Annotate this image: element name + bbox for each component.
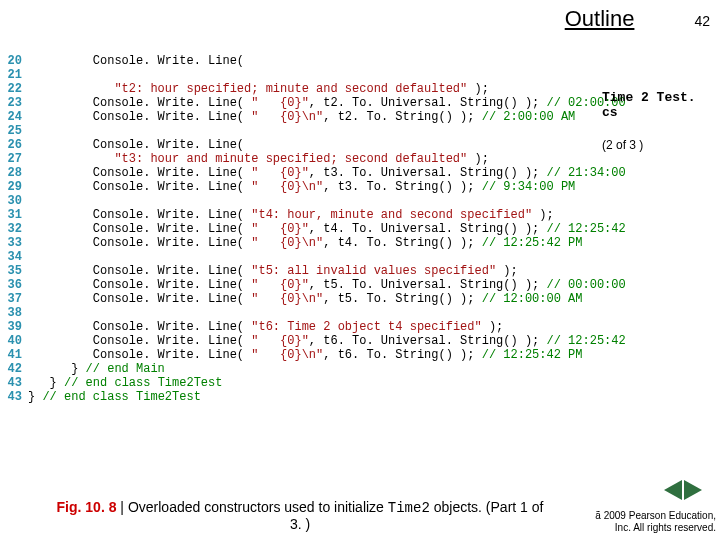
code-content: } // end class Time2Test: [28, 376, 600, 390]
line-number: 24: [6, 110, 28, 124]
line-number: 35: [6, 264, 28, 278]
line-number: 20: [6, 54, 28, 68]
figure-text1: Overloaded constructors used to initiali…: [128, 499, 388, 515]
figure-sep: |: [116, 499, 127, 515]
filename: Time 2 Test. cs: [602, 90, 712, 120]
code-line: 33 Console. Write. Line( " {0}\n", t4. T…: [6, 236, 600, 250]
code-content: [28, 68, 600, 82]
slide: Outline 42 20 Console. Write. Line(2122 …: [0, 0, 720, 540]
code-listing: 20 Console. Write. Line(2122 "t2: hour s…: [0, 54, 600, 464]
code-content: Console. Write. Line( "t4: hour, minute …: [28, 208, 600, 222]
code-line: 41 Console. Write. Line( " {0}\n", t6. T…: [6, 348, 600, 362]
code-line: 27 "t3: hour and minute specified; secon…: [6, 152, 600, 166]
code-line: 43 } // end class Time2Test: [6, 376, 600, 390]
code-line: 43} // end class Time2Test: [6, 390, 600, 404]
code-content: Console. Write. Line( " {0}", t2. To. Un…: [28, 96, 626, 110]
code-line: 34: [6, 250, 600, 264]
code-line: 36 Console. Write. Line( " {0}", t5. To.…: [6, 278, 600, 292]
code-content: Console. Write. Line( "t6: Time 2 object…: [28, 320, 600, 334]
line-number: 30: [6, 194, 28, 208]
line-number: 38: [6, 306, 28, 320]
code-content: Console. Write. Line( " {0}", t3. To. Un…: [28, 166, 626, 180]
code-content: Console. Write. Line( " {0}", t4. To. Un…: [28, 222, 626, 236]
line-number: 22: [6, 82, 28, 96]
code-line: 26 Console. Write. Line(: [6, 138, 600, 152]
nav-buttons: [664, 480, 702, 500]
code-content: Console. Write. Line(: [28, 54, 600, 68]
code-line: 21: [6, 68, 600, 82]
line-number: 27: [6, 152, 28, 166]
code-line: 25: [6, 124, 600, 138]
code-content: Console. Write. Line( " {0}\n", t6. To. …: [28, 348, 600, 362]
code-content: Console. Write. Line( " {0}\n", t5. To. …: [28, 292, 600, 306]
line-number: 21: [6, 68, 28, 82]
code-line: 42 } // end Main: [6, 362, 600, 376]
code-line: 38: [6, 306, 600, 320]
line-number: 40: [6, 334, 28, 348]
line-number: 43: [6, 376, 28, 390]
line-number: 23: [6, 96, 28, 110]
code-content: Console. Write. Line( " {0}\n", t4. To. …: [28, 236, 600, 250]
line-number: 36: [6, 278, 28, 292]
code-line: 37 Console. Write. Line( " {0}\n", t5. T…: [6, 292, 600, 306]
code-content: Console. Write. Line( " {0}\n", t2. To. …: [28, 110, 600, 124]
figure-mono: Time2: [388, 500, 430, 516]
line-number: 39: [6, 320, 28, 334]
code-line: 31 Console. Write. Line( "t4: hour, minu…: [6, 208, 600, 222]
code-content: Console. Write. Line( "t5: all invalid v…: [28, 264, 600, 278]
copyright: ã 2009 Pearson Education, Inc. All right…: [586, 510, 716, 534]
code-line: 39 Console. Write. Line( "t6: Time 2 obj…: [6, 320, 600, 334]
line-number: 34: [6, 250, 28, 264]
code-line: 20 Console. Write. Line(: [6, 54, 600, 68]
line-number: 43: [6, 390, 28, 404]
code-content: Console. Write. Line( " {0}\n", t3. To. …: [28, 180, 600, 194]
line-number: 33: [6, 236, 28, 250]
code-content: } // end Main: [28, 362, 600, 376]
page-range: (2 of 3 ): [602, 138, 712, 152]
code-content: [28, 306, 600, 320]
line-number: 42: [6, 362, 28, 376]
code-line: 32 Console. Write. Line( " {0}", t4. To.…: [6, 222, 600, 236]
sidebar: Time 2 Test. cs (2 of 3 ): [602, 90, 712, 152]
line-number: 25: [6, 124, 28, 138]
code-content: Console. Write. Line( " {0}", t5. To. Un…: [28, 278, 626, 292]
prev-button[interactable]: [664, 480, 682, 500]
code-line: 28 Console. Write. Line( " {0}", t3. To.…: [6, 166, 600, 180]
code-line: 22 "t2: hour specified; minute and secon…: [6, 82, 600, 96]
code-content: Console. Write. Line( " {0}", t6. To. Un…: [28, 334, 626, 348]
copyright-l1: ã 2009 Pearson Education,: [586, 510, 716, 522]
line-number: 32: [6, 222, 28, 236]
line-number: 29: [6, 180, 28, 194]
outline-title: Outline: [565, 6, 635, 32]
code-content: [28, 194, 600, 208]
line-number: 37: [6, 292, 28, 306]
page-number: 42: [694, 13, 710, 29]
code-line: 23 Console. Write. Line( " {0}", t2. To.…: [6, 96, 600, 110]
code-line: 35 Console. Write. Line( "t5: all invali…: [6, 264, 600, 278]
next-button[interactable]: [684, 480, 702, 500]
code-line: 30: [6, 194, 600, 208]
copyright-l2: Inc. All rights reserved.: [586, 522, 716, 534]
line-number: 28: [6, 166, 28, 180]
code-content: "t3: hour and minute specified; second d…: [28, 152, 600, 166]
code-line: 24 Console. Write. Line( " {0}\n", t2. T…: [6, 110, 600, 124]
code-content: [28, 124, 600, 138]
code-line: 40 Console. Write. Line( " {0}", t6. To.…: [6, 334, 600, 348]
code-line: 29 Console. Write. Line( " {0}\n", t3. T…: [6, 180, 600, 194]
code-content: } // end class Time2Test: [28, 390, 600, 404]
figure-label: Fig. 10. 8: [57, 499, 117, 515]
line-number: 31: [6, 208, 28, 222]
figure-caption: Fig. 10. 8 | Overloaded constructors use…: [50, 499, 550, 532]
header: Outline 42: [0, 6, 710, 32]
code-content: [28, 250, 600, 264]
code-content: "t2: hour specified; minute and second d…: [28, 82, 600, 96]
line-number: 26: [6, 138, 28, 152]
line-number: 41: [6, 348, 28, 362]
code-content: Console. Write. Line(: [28, 138, 600, 152]
